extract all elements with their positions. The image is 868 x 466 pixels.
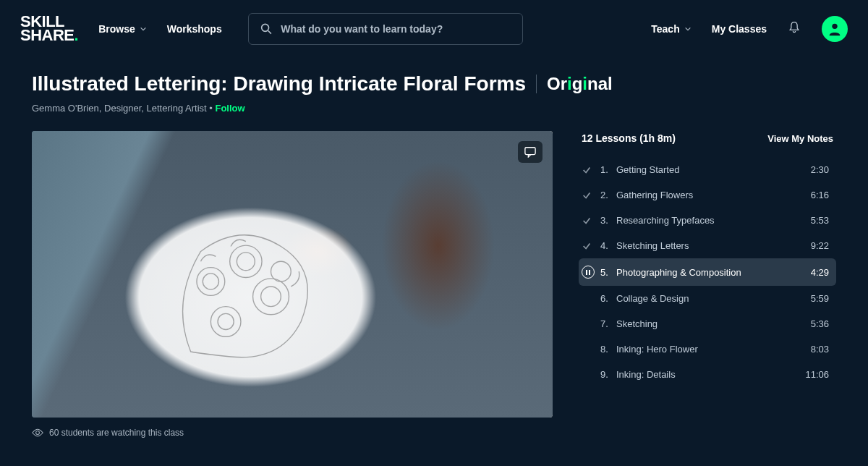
- teach-menu[interactable]: Teach: [651, 23, 691, 35]
- original-badge: Original: [547, 74, 613, 94]
- lesson-duration: 8:03: [811, 344, 829, 355]
- svg-point-0: [261, 24, 268, 31]
- view-notes-button[interactable]: View My Notes: [767, 133, 833, 144]
- lesson-title: Researching Typefaces: [616, 215, 811, 226]
- svg-line-1: [268, 30, 271, 33]
- lesson-title: Collage & Design: [616, 293, 811, 304]
- notifications-button[interactable]: [787, 20, 801, 38]
- title-divider: [536, 75, 537, 93]
- chevron-down-icon: [140, 25, 147, 33]
- svg-point-10: [218, 313, 234, 329]
- lesson-title: Sketching Letters: [616, 240, 811, 251]
- user-icon: [827, 21, 843, 37]
- lesson-number: 2.: [600, 190, 616, 200]
- svg-point-2: [832, 24, 837, 29]
- title-row: Illustrated Lettering: Drawing Intricate…: [32, 72, 836, 96]
- chat-button[interactable]: [518, 141, 542, 163]
- video-player[interactable]: [32, 131, 553, 418]
- my-classes-label: My Classes: [712, 23, 767, 35]
- svg-point-4: [203, 274, 218, 289]
- browse-menu[interactable]: Browse: [98, 23, 147, 35]
- lesson-title: Photographing & Composition: [616, 267, 811, 278]
- svg-point-8: [260, 287, 281, 307]
- lesson-item[interactable]: 6.Collage & Design5:59: [579, 286, 836, 311]
- follow-button[interactable]: Follow: [215, 103, 244, 114]
- bell-icon: [787, 20, 801, 35]
- svg-point-5: [229, 245, 261, 277]
- check-icon: [582, 241, 600, 251]
- lesson-title: Gathering Flowers: [616, 190, 811, 200]
- logo[interactable]: SKILLSHAre.: [20, 15, 78, 42]
- browse-label: Browse: [98, 23, 135, 35]
- svg-point-11: [271, 261, 291, 281]
- lesson-number: 7.: [600, 318, 616, 329]
- search-bar[interactable]: [248, 13, 523, 45]
- lesson-number: 8.: [600, 344, 616, 355]
- header: SKILLSHAre. Browse Workshops Teach My Cl…: [0, 0, 868, 58]
- lesson-item[interactable]: 5.Photographing & Composition4:29: [579, 258, 836, 286]
- lesson-duration: 6:16: [811, 190, 829, 200]
- chat-icon: [524, 146, 537, 158]
- lesson-title: Sketching: [616, 318, 811, 329]
- lessons-count: 12 Lessons (1h 8m): [582, 132, 676, 144]
- lesson-item[interactable]: 8.Inking: Hero Flower8:03: [579, 336, 836, 362]
- drawing-artwork: [126, 211, 376, 372]
- lesson-number: 1.: [600, 164, 616, 175]
- lesson-duration: 5:53: [811, 215, 829, 226]
- watching-row: 60 students are watching this class: [32, 428, 553, 438]
- check-icon: [582, 216, 600, 226]
- lesson-item[interactable]: 7.Sketching5:36: [579, 311, 836, 336]
- check-icon: [582, 165, 600, 175]
- lessons-panel: 12 Lessons (1h 8m) View My Notes 1.Getti…: [579, 131, 836, 438]
- lesson-duration: 9:22: [811, 240, 829, 251]
- author-name[interactable]: Gemma O'Brien, Designer, Lettering Artis…: [32, 103, 207, 114]
- lesson-number: 5.: [600, 267, 616, 278]
- lesson-title: Inking: Details: [616, 369, 805, 380]
- lessons-list: 1.Getting Started2:302.Gathering Flowers…: [579, 157, 836, 387]
- svg-point-9: [210, 307, 241, 337]
- lesson-item[interactable]: 2.Gathering Flowers6:16: [579, 182, 836, 208]
- check-icon: [582, 190, 600, 200]
- search-input[interactable]: [281, 23, 510, 35]
- byline: Gemma O'Brien, Designer, Lettering Artis…: [32, 103, 836, 114]
- workshops-label: Workshops: [167, 23, 222, 35]
- svg-point-3: [197, 267, 225, 295]
- lesson-item[interactable]: 9.Inking: Details11:06: [579, 362, 836, 387]
- avatar[interactable]: [822, 16, 848, 42]
- chevron-down-icon: [684, 25, 692, 33]
- lesson-number: 9.: [600, 369, 616, 380]
- pause-icon: [582, 266, 600, 279]
- eye-icon: [32, 428, 43, 437]
- workshops-link[interactable]: Workshops: [167, 23, 222, 35]
- lesson-duration: 5:36: [811, 318, 829, 329]
- svg-point-6: [237, 253, 255, 271]
- course-title: Illustrated Lettering: Drawing Intricate…: [32, 72, 526, 96]
- lesson-number: 4.: [600, 240, 616, 251]
- search-icon: [260, 22, 273, 35]
- svg-rect-12: [525, 148, 535, 155]
- teach-label: Teach: [651, 23, 679, 35]
- lesson-duration: 11:06: [805, 369, 829, 380]
- my-classes-link[interactable]: My Classes: [712, 23, 767, 35]
- lesson-title: Getting Started: [616, 164, 811, 175]
- lesson-duration: 2:30: [811, 164, 829, 175]
- lesson-number: 6.: [600, 293, 616, 304]
- lesson-number: 3.: [600, 215, 616, 226]
- watching-text: 60 students are watching this class: [49, 428, 184, 438]
- lesson-title: Inking: Hero Flower: [616, 344, 811, 355]
- svg-point-13: [36, 431, 40, 435]
- lesson-item[interactable]: 3.Researching Typefaces5:53: [579, 208, 836, 233]
- lesson-item[interactable]: 4.Sketching Letters9:22: [579, 233, 836, 258]
- lesson-duration: 5:59: [811, 293, 829, 304]
- svg-point-7: [252, 279, 289, 315]
- lesson-duration: 4:29: [811, 267, 829, 278]
- lesson-item[interactable]: 1.Getting Started2:30: [579, 157, 836, 182]
